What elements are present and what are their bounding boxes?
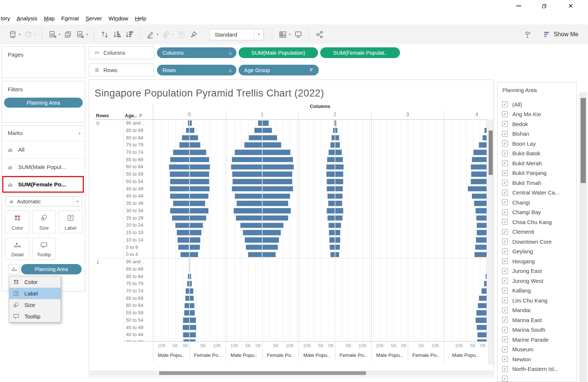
pyramid-bar-female[interactable] xyxy=(189,317,196,323)
menu-item-help[interactable]: Help xyxy=(131,15,150,21)
data-source-icon[interactable] xyxy=(8,30,17,39)
fit-mode-combo[interactable]: Standard▾ xyxy=(210,29,264,40)
pyramid-bar-male[interactable] xyxy=(254,128,262,133)
pyramid-bar-male[interactable] xyxy=(243,230,262,236)
pyramid-bar-male[interactable] xyxy=(471,179,487,185)
show-me-button[interactable]: Show Me xyxy=(543,31,578,38)
pyramid-bar-female[interactable] xyxy=(262,164,294,170)
pyramid-bar-female[interactable] xyxy=(335,128,338,133)
pyramid-bar-male[interactable] xyxy=(232,157,262,163)
detail-encoding-chip[interactable] xyxy=(8,264,20,274)
refresh-icon[interactable] xyxy=(24,30,33,39)
pyramid-bar-male[interactable] xyxy=(183,317,189,323)
checkbox-checked[interactable]: ✓ xyxy=(502,268,508,274)
filter-item-clementi[interactable]: ✓Clementi xyxy=(498,227,576,237)
pyramid-bar-female[interactable] xyxy=(189,164,210,170)
pyramid-bar-male[interactable] xyxy=(479,142,487,148)
pill-age-group[interactable]: Age Group xyxy=(239,65,319,75)
pyramid-bar-male[interactable] xyxy=(240,223,262,229)
pyramid-bar-male[interactable] xyxy=(476,237,487,243)
filter-item-boon-lay[interactable]: ✓Boon Lay xyxy=(498,139,576,148)
checkbox-checked[interactable]: ✓ xyxy=(502,337,508,342)
checkbox-checked[interactable]: ✓ xyxy=(502,160,508,166)
filter-item-bukit-merah[interactable]: ✓Bukit Merah xyxy=(498,158,576,168)
pyramid-bar-female[interactable] xyxy=(335,142,340,148)
pyramid-bar-male[interactable] xyxy=(328,223,335,229)
filter-item-jurong-east[interactable]: ✓Jurong East xyxy=(498,266,576,276)
checkbox-checked[interactable]: ✓ xyxy=(502,229,508,235)
pyramid-bar-female[interactable] xyxy=(335,193,343,199)
menu-item-window[interactable]: Window xyxy=(105,15,131,21)
pyramid-bar-female[interactable] xyxy=(189,266,191,272)
pyramid-bar-male[interactable] xyxy=(474,200,487,206)
pyramid-bar-female[interactable] xyxy=(335,215,343,221)
highlight-icon[interactable] xyxy=(146,30,155,39)
filter-item-ang-mo-kio[interactable]: ✓Ang Mo Kio xyxy=(498,109,576,119)
filter-item-geylang[interactable]: ✓Geylang xyxy=(498,247,576,256)
pyramid-bar-male[interactable] xyxy=(170,193,189,199)
pyramid-bar-female[interactable] xyxy=(189,230,202,236)
filter-item-bukit-timah[interactable]: ✓Bukit Timah xyxy=(498,178,576,187)
pyramid-bar-female[interactable] xyxy=(189,295,194,301)
new-worksheet-icon[interactable] xyxy=(48,30,57,39)
dropdown-caret-icon[interactable]: ▾ xyxy=(59,33,61,36)
pyramid-bar-male[interactable] xyxy=(485,274,487,280)
pyramid-bar-female[interactable] xyxy=(189,179,209,185)
pyramid-bar-female[interactable] xyxy=(262,208,291,214)
filter-item-bedok[interactable]: ✓Bedok xyxy=(498,119,576,129)
pyramid-bar-male[interactable] xyxy=(486,266,487,272)
pyramid-bar-female[interactable] xyxy=(262,142,282,148)
pyramid-bar-male[interactable] xyxy=(249,135,262,141)
context-menu-item-color[interactable]: Color xyxy=(9,276,61,288)
detail-button[interactable]: Detail xyxy=(6,238,29,260)
pyramid-bar-male[interactable] xyxy=(235,193,262,199)
pyramid-bar-male[interactable] xyxy=(182,325,189,331)
menu-item-map[interactable]: Map xyxy=(41,15,58,21)
pyramid-bar-female[interactable] xyxy=(335,244,340,250)
pyramid-bar-female[interactable] xyxy=(262,215,288,221)
pyramid-bar-male[interactable] xyxy=(183,332,189,338)
pyramid-bar-male[interactable] xyxy=(245,237,262,243)
tooltip-mode-icon[interactable] xyxy=(523,30,532,39)
fix-axes-icon[interactable] xyxy=(189,30,198,39)
menu-item-tory[interactable]: tory xyxy=(0,15,13,21)
filter-item-all[interactable]: ✓(All) xyxy=(498,99,576,109)
checkbox-checked[interactable]: ✓ xyxy=(502,249,508,254)
checkbox-checked[interactable]: ✓ xyxy=(502,327,508,333)
checkbox-checked[interactable]: ✓ xyxy=(502,307,508,313)
filter-item-hougang[interactable]: ✓Hougang xyxy=(498,256,576,266)
pyramid-bar-female[interactable] xyxy=(189,186,210,192)
filter-item-central-water-ca[interactable]: ✓Central Water Ca... xyxy=(498,188,576,197)
filter-item-downtown-core[interactable]: ✓Downtown Core xyxy=(498,237,576,246)
checkbox-checked[interactable]: ✓ xyxy=(502,297,508,303)
filter-item-mandai[interactable]: ✓Mandai xyxy=(498,305,576,315)
pyramid-bar-male[interactable] xyxy=(179,142,189,148)
pyramid-bar-female[interactable] xyxy=(335,179,343,185)
pyramid-bar-male[interactable] xyxy=(327,179,335,185)
pyramid-bar-male[interactable] xyxy=(184,310,189,316)
pyramid-bar-male[interactable] xyxy=(475,244,487,250)
pyramid-bar-male[interactable] xyxy=(471,164,487,170)
horizontal-scrollbar[interactable] xyxy=(89,371,493,376)
checkbox-checked[interactable]: ✓ xyxy=(502,209,508,215)
sort-descending-icon[interactable] xyxy=(125,30,133,39)
filter-scrollbar-thumb[interactable] xyxy=(581,98,586,183)
filter-item-kallang[interactable]: ✓Kallang xyxy=(498,286,576,295)
checkbox-checked[interactable]: ✓ xyxy=(502,151,508,156)
filter-item-bishan[interactable]: ✓Bishan xyxy=(498,129,576,139)
filter-item-marina-south[interactable]: ✓Marina South xyxy=(498,325,576,335)
pyramid-bar-male[interactable] xyxy=(232,171,262,177)
sort-ascending-icon[interactable] xyxy=(113,30,121,39)
pyramid-bar-male[interactable] xyxy=(326,164,335,170)
pyramid-bar-male[interactable] xyxy=(173,149,189,155)
pyramid-bar-female[interactable] xyxy=(189,281,192,287)
pyramid-bar-male[interactable] xyxy=(481,288,487,294)
pyramid-bar-male[interactable] xyxy=(468,186,487,192)
filter-item-lim-chu-kang[interactable]: ✓Lim Chu Kang xyxy=(498,295,576,305)
pyramid-bar-male[interactable] xyxy=(477,339,487,341)
pyramid-bar-female[interactable] xyxy=(335,252,339,258)
pyramid-bar-female[interactable] xyxy=(189,208,209,214)
pyramid-bar-male[interactable] xyxy=(185,288,189,294)
pyramid-bar-male[interactable] xyxy=(330,142,335,148)
filter-item-bukit-batok[interactable]: ✓Bukit Batok xyxy=(498,149,576,158)
